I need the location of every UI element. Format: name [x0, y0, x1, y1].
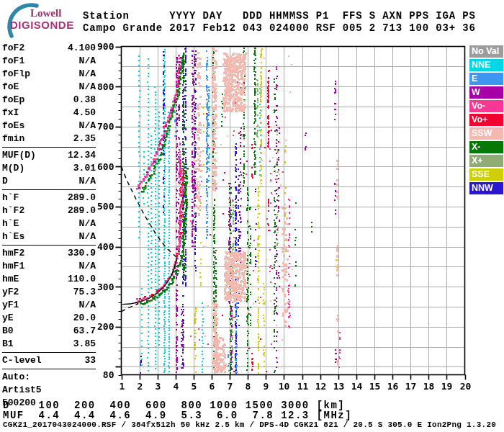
param-label: MUF(D) [2, 149, 36, 162]
param-label: foEs [2, 120, 24, 132]
param-label: foF1 [2, 55, 24, 68]
station-header: Station YYYY DAY DDD HHMMSS P1 FFS S AXN… [83, 10, 476, 35]
legend-item-nne: NNE [469, 59, 503, 71]
panel-separator [2, 369, 96, 369]
logo-lowell-text: Lowell [30, 7, 61, 19]
param-label: h`E [2, 217, 19, 230]
param-label: h`Es [2, 230, 24, 243]
param-label: hmF2 [2, 247, 24, 260]
param-value: 3.85 [73, 338, 96, 351]
param-value: N/A [79, 55, 96, 68]
param-value: N/A [79, 120, 96, 132]
param-value: N/A [79, 217, 96, 230]
param-row-hf2: h`F2289.0 [2, 204, 96, 217]
param-label: C-level [2, 354, 42, 367]
legend-item-e: E [469, 73, 503, 85]
param-row-auto: Auto: [2, 371, 96, 384]
param-row-foes: foEsN/A [2, 120, 96, 132]
legend-item-nnw: NNW [469, 182, 503, 194]
param-row-fmin: fmin2.35 [2, 132, 96, 145]
legend-item-x-: X- [469, 141, 503, 153]
param-row-clevel: C-level33 [2, 354, 96, 367]
param-label: foEp [2, 94, 24, 107]
param-value: N/A [79, 175, 96, 188]
param-label: D [2, 175, 8, 188]
param-label: B0 [2, 325, 14, 338]
param-value: 4.100 [68, 42, 96, 55]
scaled-parameters-panel: foF24.100foF1N/AfoFlpN/AfoEN/AfoEp0.38fx… [2, 42, 96, 410]
muf-row: MUF 4.4 4.4 4.6 4.9 5.3 6.0 7.8 12.3 [MH… [3, 410, 496, 420]
legend-item-noval: No Val [469, 45, 503, 58]
param-row-ye: yE20.0 [2, 312, 96, 325]
param-value: N/A [79, 260, 96, 273]
param-value: N/A [79, 299, 96, 312]
param-value: 330.9 [68, 247, 96, 260]
param-row-fxi: fxI4.50 [2, 107, 96, 120]
param-row-fof2: foF24.100 [2, 42, 96, 55]
param-row-d: DN/A [2, 175, 96, 188]
param-label: foFlp [2, 68, 30, 81]
param-value: 33 [84, 354, 96, 367]
ionogram-screen: Lowell DIGISONDE Station YYYY DAY DDD HH… [0, 0, 504, 432]
legend-item-w: W [469, 86, 503, 99]
param-row-hme: hmE110.0 [2, 273, 96, 286]
param-value: 289.0 [68, 192, 96, 204]
param-row-yf1: yF1N/A [2, 299, 96, 312]
param-label: foF2 [2, 42, 24, 55]
panel-separator [2, 189, 96, 190]
param-row-mufd: MUF(D)12.34 [2, 149, 96, 162]
param-label: yF2 [2, 286, 19, 299]
status-line: CGK21_2017043024000.RSF / 384fx512h 50 k… [3, 420, 496, 430]
param-value: 2.35 [73, 132, 96, 145]
param-row-he: h`EN/A [2, 217, 96, 230]
header-field-names: Station YYYY DAY DDD HHMMSS P1 FFS S AXN… [83, 10, 476, 22]
param-row-foe: foEN/A [2, 81, 96, 94]
param-row-hmf2: hmF2330.9 [2, 247, 96, 260]
param-value: 12.34 [68, 149, 96, 162]
param-value: 4.50 [73, 107, 96, 120]
param-label: Artist5 [2, 384, 42, 397]
param-value: 289.0 [68, 204, 96, 217]
echo-color-legend: No ValNNEEWVo-Vo+SSWX-X+SSENNW [469, 45, 503, 196]
legend-item-vo+: Vo+ [469, 114, 503, 126]
legend-item-ssw: SSW [469, 127, 503, 140]
panel-separator [2, 147, 96, 148]
param-label: B1 [2, 338, 14, 351]
param-value: N/A [79, 68, 96, 81]
header-field-values: Campo Grande 2017 Feb12 043 024000 RSF 0… [83, 22, 476, 35]
legend-item-vo-: Vo- [469, 100, 503, 112]
param-label: yF1 [2, 299, 19, 312]
param-row-hf: h`F289.0 [2, 192, 96, 204]
param-label: hmE [2, 273, 19, 286]
param-value: 110.0 [68, 273, 96, 286]
bottom-readout: D 100 200 400 600 800 1000 1500 3000 [km… [3, 400, 496, 430]
param-label: h`F [2, 192, 19, 204]
legend-item-sse: SSE [469, 168, 503, 181]
logo-digisonde-text: DIGISONDE [10, 19, 74, 31]
param-label: yE [2, 312, 14, 325]
param-row-fof1: foF1N/A [2, 55, 96, 68]
param-label: Auto: [2, 371, 30, 384]
param-row-hes: h`EsN/A [2, 230, 96, 243]
param-value: 75.3 [73, 286, 96, 299]
legend-item-x+: X+ [469, 155, 503, 167]
param-value: 20.0 [73, 312, 96, 325]
param-value: 0.38 [73, 94, 96, 107]
param-value: 63.7 [73, 325, 96, 338]
param-row-foep: foEp0.38 [2, 94, 96, 107]
distance-row: D 100 200 400 600 800 1000 1500 3000 [km… [3, 400, 496, 410]
param-label: M(D) [2, 162, 24, 175]
param-row-b0: B063.7 [2, 325, 96, 338]
param-row-md: M(D)3.01 [2, 162, 96, 175]
param-row-b1: B13.85 [2, 338, 96, 351]
param-row-hmf1: hmF1N/A [2, 260, 96, 273]
panel-separator [2, 352, 96, 353]
param-label: foE [2, 81, 19, 94]
param-label: fmin [2, 132, 24, 145]
param-label: h`F2 [2, 204, 24, 217]
param-row-foflp: foFlpN/A [2, 68, 96, 81]
param-label: hmF1 [2, 260, 24, 273]
param-value: N/A [79, 230, 96, 243]
param-row-artist5: Artist5 [2, 384, 96, 397]
param-value: 3.01 [73, 162, 96, 175]
